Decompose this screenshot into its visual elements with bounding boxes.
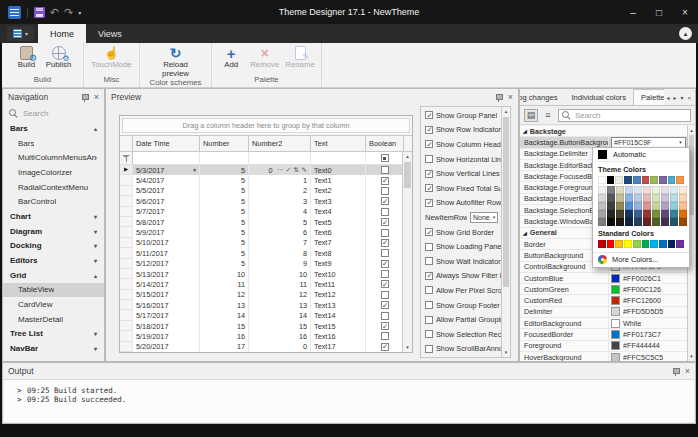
pin-icon[interactable]: [81, 93, 89, 102]
grid-option[interactable]: NewItemRowPosition None▾: [422, 210, 501, 225]
cell-number2[interactable]: 16⋯✓⇅✎: [249, 331, 311, 341]
navigation-item[interactable]: BarControl: [3, 194, 104, 209]
theme-variant-swatch[interactable]: [634, 210, 642, 218]
theme-variant-swatch[interactable]: [679, 202, 687, 210]
ribbon-tab[interactable]: Home: [38, 24, 86, 43]
theme-variant-swatch[interactable]: [661, 186, 669, 194]
maximize-button[interactable]: □: [646, 0, 672, 24]
theme-variant-swatch[interactable]: [670, 218, 678, 226]
cell-number2[interactable]: 13⋯✓⇅✎: [249, 300, 311, 310]
color-row[interactable]: Foreground #FF444444: [520, 341, 687, 352]
scroll-up-icon[interactable]: ▲: [688, 126, 695, 135]
theme-variant-swatch[interactable]: [625, 202, 633, 210]
cell-text[interactable]: Text11: [311, 279, 366, 289]
grid-option[interactable]: Show Fixed Total Summary: [422, 181, 501, 196]
theme-color-swatch[interactable]: [668, 176, 676, 184]
cell-number2[interactable]: 0⋯✓⇅✎: [249, 342, 311, 352]
pin-icon[interactable]: [672, 367, 680, 376]
theme-color-swatch[interactable]: [615, 176, 623, 184]
cell-text[interactable]: Text7: [311, 238, 366, 248]
filter-cell[interactable]: [249, 152, 311, 164]
cell-number[interactable]: 15: [200, 321, 249, 331]
table-row[interactable]: ▶ 5/17/2017▾ 14 14⋯✓⇅✎ Text14: [120, 310, 404, 320]
theme-variant-swatch[interactable]: [643, 210, 651, 218]
cell-text[interactable]: Text10: [311, 269, 366, 279]
option-checkbox[interactable]: [425, 272, 433, 280]
cell-boolean[interactable]: [366, 175, 404, 185]
table-row[interactable]: ▶ 5/19/2017▾ 16 16⋯✓⇅✎ Text16: [120, 331, 404, 341]
navigation-item[interactable]: Chart ▾: [3, 209, 104, 224]
ribbon-button[interactable]: Remove: [247, 45, 282, 70]
cell-number2[interactable]: 15⋯✓⇅✎: [249, 321, 311, 331]
cell-number2[interactable]: 6⋯✓⇅✎: [249, 227, 311, 237]
navigation-search-input[interactable]: Search: [3, 105, 104, 121]
cell-number[interactable]: 5: [200, 217, 249, 227]
option-checkbox[interactable]: [425, 316, 433, 324]
navigation-item[interactable]: MultiColumnMenusAnd...: [3, 150, 104, 165]
cell-number[interactable]: 5: [200, 186, 249, 196]
cell-boolean[interactable]: [366, 310, 404, 320]
option-checkbox[interactable]: [425, 184, 433, 192]
cell-date[interactable]: 5/14/2017▾: [133, 279, 200, 289]
standard-color-swatch[interactable]: [598, 240, 606, 248]
theme-variant-swatch[interactable]: [661, 210, 669, 218]
cell-number[interactable]: 11: [200, 279, 249, 289]
standard-color-swatch[interactable]: [676, 240, 684, 248]
color-row[interactable]: HoverBackground #FFC5C5C5: [520, 352, 687, 361]
theme-variant-swatch[interactable]: [616, 218, 624, 226]
navigation-item[interactable]: Editors ▾: [3, 253, 104, 268]
theme-variant-swatch[interactable]: [598, 218, 606, 226]
table-row[interactable]: ▶ 5/13/2017▾ 10 10⋯✓⇅✎ Text10: [120, 269, 404, 279]
cell-number2[interactable]: 8⋯✓⇅✎: [249, 248, 311, 258]
theme-variant-swatch[interactable]: [643, 186, 651, 194]
grid-column-header[interactable]: Date Time: [133, 136, 200, 151]
theme-variant-swatch[interactable]: [607, 202, 615, 210]
table-row[interactable]: ▶ 5/6/2017▾ 5 3⋯✓⇅✎ Text3: [120, 196, 404, 206]
table-row[interactable]: ▶ 5/10/2017▾ 5 7⋯✓⇅✎ Text7: [120, 238, 404, 248]
boolean-checkbox[interactable]: [381, 177, 389, 185]
boolean-checkbox[interactable]: [381, 218, 389, 226]
theme-variant-swatch[interactable]: [616, 202, 624, 210]
table-row[interactable]: ▶ 5/16/2017▾ 13 13⋯✓⇅✎ Text13: [120, 300, 404, 310]
standard-color-swatch[interactable]: [642, 240, 650, 248]
categorized-view-icon[interactable]: ▤: [524, 109, 538, 122]
cell-date[interactable]: 5/13/2017▾: [133, 269, 200, 279]
close-icon[interactable]: ×: [94, 93, 99, 102]
table-row[interactable]: ▶ 5/14/2017▾ 11 11⋯✓⇅✎ Text11: [120, 279, 404, 289]
theme-variant-swatch[interactable]: [643, 194, 651, 202]
theme-variant-swatch[interactable]: [634, 218, 642, 226]
grid-column-header[interactable]: Number2: [249, 136, 311, 151]
cell-text[interactable]: Text6: [311, 227, 366, 237]
navigation-item[interactable]: MasterDetail: [3, 312, 104, 327]
cell-text[interactable]: Text0: [311, 165, 366, 175]
boolean-checkbox[interactable]: [381, 166, 389, 174]
grid-option[interactable]: Show Wait Indicator: [422, 254, 501, 269]
boolean-checkbox[interactable]: [381, 301, 389, 309]
color-row[interactable]: FocusedBorder #FF0173C7: [520, 329, 687, 340]
table-row[interactable]: ▶ 5/9/2017▾ 5 6⋯✓⇅✎ Text6: [120, 227, 404, 237]
boolean-checkbox[interactable]: [381, 260, 389, 268]
navigation-item[interactable]: Bars: [3, 136, 104, 151]
color-row[interactable]: Delimiter #FFD5D5D5: [520, 307, 687, 318]
table-row[interactable]: ▶ 5/5/2017▾ 5 2⋯✓⇅✎ Text2: [120, 186, 404, 196]
theme-variant-swatch[interactable]: [661, 218, 669, 226]
table-row[interactable]: ▶ 5/20/2017▾ 17 0⋯✓⇅✎ Text17: [120, 342, 404, 352]
grid-vertical-scrollbar[interactable]: ▲ ▼: [402, 152, 412, 352]
cell-number[interactable]: 17: [200, 342, 249, 352]
option-checkbox[interactable]: [425, 286, 433, 294]
cell-number[interactable]: 5: [200, 227, 249, 237]
tab-scroll-right-icon[interactable]: ▸: [673, 94, 676, 101]
boolean-checkbox[interactable]: [381, 312, 389, 320]
theme-color-swatch[interactable]: [607, 176, 615, 184]
option-checkbox[interactable]: [425, 243, 433, 251]
boolean-checkbox[interactable]: [381, 208, 389, 216]
cell-number[interactable]: 5: [200, 165, 249, 175]
theme-variant-swatch[interactable]: [643, 218, 651, 226]
scroll-up-icon[interactable]: ▲: [502, 107, 510, 116]
cell-number[interactable]: 5: [200, 248, 249, 258]
navigation-item[interactable]: Diagram ▾: [3, 224, 104, 239]
navigation-item[interactable]: CardView: [3, 297, 104, 312]
option-checkbox[interactable]: [425, 199, 433, 207]
option-checkbox[interactable]: [425, 126, 433, 134]
boolean-checkbox[interactable]: [381, 197, 389, 205]
